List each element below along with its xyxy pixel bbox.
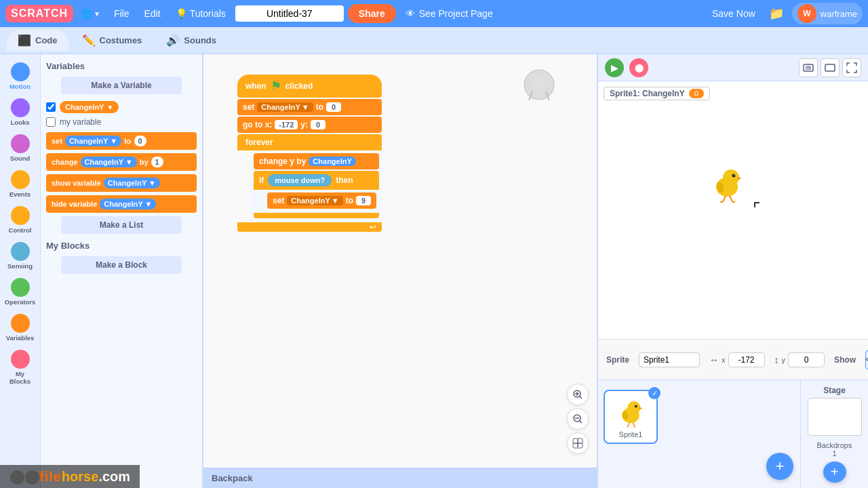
changeinY-dropdown1[interactable]: ChangeInY ▼ [257, 102, 313, 112]
zoom-in-button[interactable] [567, 384, 589, 405]
change-block[interactable]: change ChangeInY ▼ by 1 [46, 153, 197, 171]
show-label: Show [834, 355, 856, 365]
blocks-panel: Variables Make a Variable ChangeInY ▼ my… [41, 54, 203, 488]
see-project-icon: 👁 [406, 8, 415, 19]
user-menu[interactable]: W warframe [792, 3, 863, 24]
stage-top-bar: ▶ ⬤ [598, 54, 868, 81]
cursor-indicator [754, 202, 760, 207]
zoom-reset-button[interactable] [567, 432, 589, 454]
show-variable-block[interactable]: show variable ChangeInY ▼ [46, 174, 197, 192]
change-var-dropdown[interactable]: ChangeInY ▼ [81, 157, 137, 167]
tab-sounds[interactable]: 🔊 Sounds [155, 30, 227, 51]
tab-code[interactable]: ⬛ Code [7, 30, 68, 51]
hide-var-dropdown[interactable]: ChangeInY ▼ [100, 199, 156, 209]
backpack-bar[interactable]: Backpack [203, 468, 597, 488]
y-coord-input[interactable] [788, 352, 825, 367]
flag-icon: ⚑ [271, 79, 281, 94]
set-var-dropdown[interactable]: ChangeInY ▼ [65, 136, 121, 146]
costumes-icon: ✏️ [82, 34, 96, 47]
watermark-file: file [39, 469, 62, 485]
svg-point-18 [723, 169, 739, 186]
language-selector[interactable]: 🌐 ▼ [77, 6, 104, 22]
stop-button[interactable]: ⬤ [629, 58, 648, 77]
show-var-dropdown[interactable]: ChangeInY ▼ [104, 178, 160, 188]
category-events[interactable]: Events [2, 167, 39, 201]
share-button[interactable]: Share [348, 4, 396, 23]
set-block[interactable]: set ChangeInY ▼ to 0 [46, 132, 197, 150]
zoom-out-button[interactable] [567, 408, 589, 430]
fullscreen-button[interactable] [842, 58, 861, 77]
normal-stage-button[interactable] [821, 58, 840, 77]
sensing-label: Sensing [7, 262, 33, 270]
category-myblocks[interactable]: My Blocks [2, 347, 39, 388]
hide-variable-block[interactable]: hide variable ChangeInY ▼ [46, 195, 197, 213]
edit-menu[interactable]: Edit [139, 5, 166, 22]
folder-icon[interactable]: 📁 [765, 3, 788, 24]
svg-point-31 [636, 405, 637, 406]
category-variables[interactable]: Variables [2, 311, 39, 344]
mouse-down-condition: mouse down? [268, 174, 332, 186]
project-title-input[interactable] [235, 5, 344, 22]
make-list-button[interactable]: Make a List [61, 216, 182, 234]
show-visible-button[interactable]: 👁 [865, 350, 868, 369]
var2-checkbox[interactable] [46, 117, 56, 127]
stage-area: ▶ ⬤ Sprite1: ChangeInY 0 [597, 54, 868, 488]
var1-arrow: ▼ [106, 104, 113, 111]
make-block-button[interactable]: Make a Block [61, 256, 182, 274]
tabs-bar: ⬛ Code ✏️ Costumes 🔊 Sounds [0, 27, 868, 54]
events-label: Events [9, 190, 31, 198]
sprite1-name: Sprite1 [619, 430, 643, 439]
category-sensing[interactable]: Sensing [2, 239, 39, 272]
changeinY-dropdown2[interactable]: ChangeInY ▼ [287, 196, 342, 205]
make-variable-button[interactable]: Make a Variable [61, 77, 182, 94]
var1-pill[interactable]: ChangeInY ▼ [60, 101, 119, 113]
sprite-canvas-marker [522, 68, 556, 104]
var1-checkbox[interactable] [46, 102, 56, 112]
goto-xy-block[interactable]: go to x: -172 y: 0 [237, 117, 382, 133]
see-project-button[interactable]: 👁 See Project Page [400, 5, 498, 22]
save-now-button[interactable]: Save Now [707, 5, 761, 22]
if-block[interactable]: if mouse down? then set ChangeInY ▼ [254, 171, 379, 218]
code-area[interactable]: when ⚑ clicked set ChangeInY ▼ to 0 go t… [203, 54, 597, 488]
add-backdrop-button[interactable]: + [823, 462, 846, 483]
scratch-logo[interactable]: SCRATCH [5, 5, 73, 22]
play-button[interactable]: ▶ [605, 58, 624, 77]
category-control[interactable]: Control [2, 203, 39, 237]
forever-block[interactable]: forever change y by ChangeInY if [237, 134, 382, 232]
small-stage-button[interactable] [799, 58, 818, 77]
operators-label: Operators [5, 298, 35, 306]
stage-var-val: 0 [689, 89, 704, 98]
change-y-block[interactable]: change y by ChangeInY [254, 153, 379, 169]
set-9-block[interactable]: set ChangeInY ▼ to 9 [267, 192, 376, 209]
sprite-name-input[interactable] [639, 352, 700, 367]
tutorials-link[interactable]: 💡 Tutorials [170, 5, 231, 22]
category-looks[interactable]: Looks [2, 96, 39, 129]
when-flag-block[interactable]: when ⚑ clicked [237, 75, 382, 98]
file-menu[interactable]: File [108, 5, 135, 22]
stage-canvas[interactable]: Sprite1: ChangeInY 0 [598, 81, 868, 339]
variables-dot [11, 314, 30, 333]
svg-point-19 [732, 174, 736, 178]
set-changeinY-block[interactable]: set ChangeInY ▼ to 0 [237, 99, 382, 115]
looks-label: Looks [11, 119, 30, 126]
backdrops-count: 1 [832, 449, 836, 458]
category-operators[interactable]: Operators [2, 275, 39, 308]
block-stack[interactable]: when ⚑ clicked set ChangeInY ▼ to 0 go t… [237, 75, 382, 233]
category-sound[interactable]: Sound [2, 131, 39, 165]
watermark-com: .com [98, 469, 130, 485]
sprites-panel: ✓ Sprite1 [598, 380, 868, 488]
sounds-icon: 🔊 [166, 34, 180, 47]
x-coord-input[interactable] [728, 352, 765, 367]
motion-dot [11, 62, 30, 81]
code-canvas[interactable]: when ⚑ clicked set ChangeInY ▼ to 0 go t… [203, 54, 597, 461]
add-sprite-button[interactable]: + [766, 453, 793, 480]
sprite1-thumb[interactable]: ✓ Sprite1 [604, 390, 658, 444]
myblocks-label: My Blocks [5, 370, 36, 385]
y-coord-group: ↕ y [774, 352, 825, 367]
svg-line-23 [723, 196, 726, 202]
tab-costumes[interactable]: ✏️ Costumes [71, 30, 153, 51]
zoom-controls [567, 384, 589, 454]
stage-sprite[interactable] [707, 163, 747, 205]
stage-thumbnail[interactable] [808, 398, 862, 436]
category-motion[interactable]: Motion [2, 60, 39, 93]
